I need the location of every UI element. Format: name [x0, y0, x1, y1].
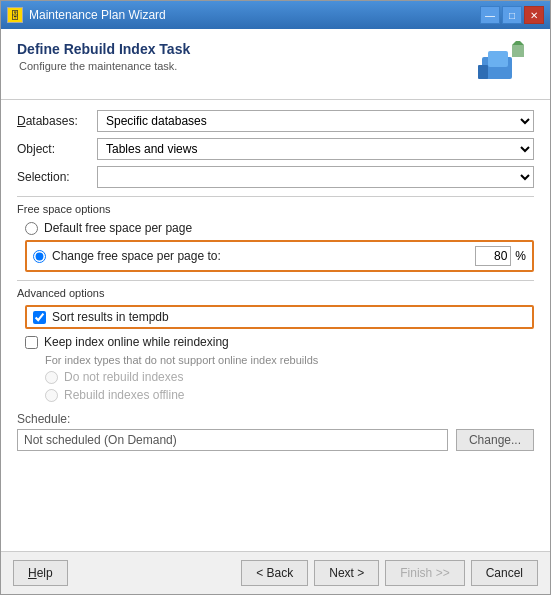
sub-radio-group: Do not rebuild indexes Rebuild indexes o… [45, 370, 534, 402]
finish-button[interactable]: Finish >> [385, 560, 464, 586]
pct-value-input[interactable] [475, 246, 511, 266]
minimize-button[interactable]: — [480, 6, 500, 24]
page-title: Define Rebuild Index Task [17, 41, 534, 57]
keep-online-row: Keep index online while reindexing [25, 335, 534, 349]
rebuild-offline-label: Rebuild indexes offline [64, 388, 185, 402]
content-area: Databases: Specific databases Object: Ta… [1, 100, 550, 551]
selection-row: Selection: [17, 166, 534, 188]
sub-note: For index types that do not support onli… [45, 354, 534, 366]
sort-results-label: Sort results in tempdb [52, 310, 169, 324]
advanced-title: Advanced options [17, 287, 534, 299]
keep-online-label: Keep index online while reindexing [44, 335, 229, 349]
pct-symbol: % [515, 249, 526, 263]
do-not-rebuild-row: Do not rebuild indexes [45, 370, 534, 384]
databases-row: Databases: Specific databases [17, 110, 534, 132]
header-graphic [474, 41, 534, 89]
header-section: Define Rebuild Index Task Configure the … [1, 29, 550, 100]
schedule-input[interactable] [17, 429, 448, 451]
title-bar: 🗄 Maintenance Plan Wizard — □ ✕ [1, 1, 550, 29]
close-button[interactable]: ✕ [524, 6, 544, 24]
change-free-space-radio[interactable] [33, 250, 46, 263]
keep-online-checkbox[interactable] [25, 336, 38, 349]
do-not-rebuild-radio [45, 371, 58, 384]
svg-rect-2 [478, 65, 488, 79]
svg-marker-4 [512, 41, 524, 45]
help-button[interactable]: Help [13, 560, 68, 586]
selection-label: Selection: [17, 170, 97, 184]
do-not-rebuild-label: Do not rebuild indexes [64, 370, 183, 384]
window-title: Maintenance Plan Wizard [29, 8, 166, 22]
divider-2 [17, 280, 534, 281]
footer-left: Help [13, 560, 68, 586]
main-window: 🗄 Maintenance Plan Wizard — □ ✕ Define R… [0, 0, 551, 595]
free-space-title: Free space options [17, 203, 534, 215]
object-select[interactable]: Tables and views [97, 138, 534, 160]
next-button[interactable]: Next > [314, 560, 379, 586]
advanced-section: Advanced options Sort results in tempdb … [17, 287, 534, 402]
default-free-space-radio[interactable] [25, 222, 38, 235]
cancel-button[interactable]: Cancel [471, 560, 538, 586]
rebuild-offline-row: Rebuild indexes offline [45, 388, 534, 402]
app-icon: 🗄 [7, 7, 23, 23]
selection-select[interactable] [97, 166, 534, 188]
databases-label: Databases: [17, 114, 97, 128]
maximize-button[interactable]: □ [502, 6, 522, 24]
schedule-label: Schedule: [17, 412, 534, 426]
footer: Help < Back Next > Finish >> Cancel [1, 551, 550, 594]
page-subtitle: Configure the maintenance task. [19, 60, 534, 72]
object-row: Object: Tables and views [17, 138, 534, 160]
back-button[interactable]: < Back [241, 560, 308, 586]
change-button[interactable]: Change... [456, 429, 534, 451]
default-free-space-row: Default free space per page [25, 221, 534, 235]
selection-control [97, 166, 534, 188]
sort-results-checkbox[interactable] [33, 311, 46, 324]
title-bar-left: 🗄 Maintenance Plan Wizard [7, 7, 166, 23]
object-label: Object: [17, 142, 97, 156]
footer-right: < Back Next > Finish >> Cancel [241, 560, 538, 586]
databases-select[interactable]: Specific databases [97, 110, 534, 132]
divider-1 [17, 196, 534, 197]
rebuild-offline-radio [45, 389, 58, 402]
schedule-section: Schedule: Change... [17, 412, 534, 451]
schedule-row: Change... [17, 429, 534, 451]
change-free-space-row: Change free space per page to: % [25, 240, 534, 272]
default-free-space-label: Default free space per page [44, 221, 192, 235]
change-free-space-label: Change free space per page to: [52, 249, 471, 263]
object-control: Tables and views [97, 138, 534, 160]
sort-results-row: Sort results in tempdb [25, 305, 534, 329]
databases-control: Specific databases [97, 110, 534, 132]
svg-marker-3 [512, 45, 524, 57]
title-controls: — □ ✕ [480, 6, 544, 24]
svg-rect-1 [488, 51, 508, 67]
